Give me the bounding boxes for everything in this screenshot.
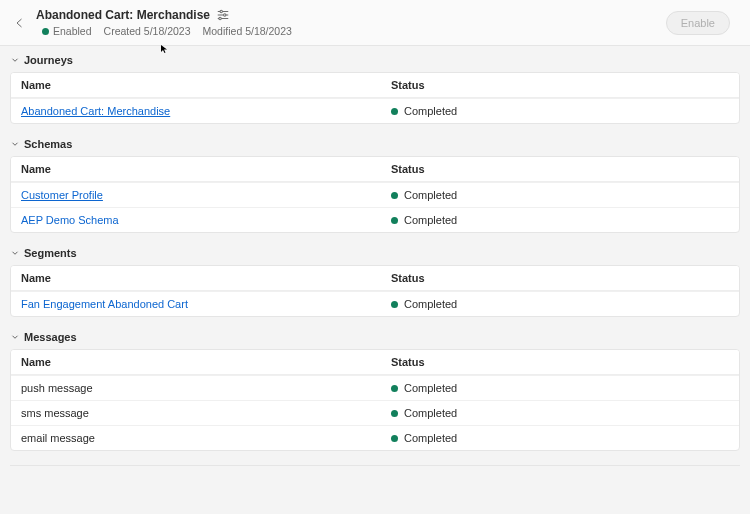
section-header-schemas[interactable]: Schemas — [10, 138, 740, 150]
svg-point-5 — [219, 17, 221, 19]
chevron-down-icon — [10, 332, 20, 342]
table-row: email message Completed — [11, 425, 739, 450]
row-status: Completed — [391, 432, 729, 444]
chevron-down-icon — [10, 139, 20, 149]
table-header: Name Status — [11, 157, 739, 182]
section-title: Journeys — [24, 54, 73, 66]
meta-row: Enabled Created 5/18/2023 Modified 5/18/… — [36, 25, 666, 37]
table-segments: Name Status Fan Engagement Abandoned Car… — [10, 265, 740, 317]
status-dot-icon — [42, 28, 49, 35]
status-text: Completed — [404, 214, 457, 226]
header-main: Abandoned Cart: Merchandise Enabled Crea… — [36, 8, 666, 37]
status-badge: Enabled — [42, 25, 92, 37]
row-name: email message — [21, 432, 391, 444]
table-row: Customer Profile Completed — [11, 182, 739, 207]
status-text: Completed — [404, 407, 457, 419]
page-header: Abandoned Cart: Merchandise Enabled Crea… — [0, 0, 750, 46]
status-dot-icon — [391, 301, 398, 308]
section-messages: Messages Name Status push message Comple… — [10, 331, 740, 451]
created-label: Created 5/18/2023 — [104, 25, 191, 37]
section-header-journeys[interactable]: Journeys — [10, 54, 740, 66]
row-status: Completed — [391, 105, 729, 117]
title-row: Abandoned Cart: Merchandise — [36, 8, 666, 22]
col-name-header: Name — [21, 356, 391, 368]
svg-point-1 — [220, 10, 222, 12]
status-dot-icon — [391, 217, 398, 224]
table-row: Fan Engagement Abandoned Cart Completed — [11, 291, 739, 316]
section-header-segments[interactable]: Segments — [10, 247, 740, 259]
status-dot-icon — [391, 192, 398, 199]
section-schemas: Schemas Name Status Customer Profile Com… — [10, 138, 740, 233]
enabled-label: Enabled — [53, 25, 92, 37]
table-row: AEP Demo Schema Completed — [11, 207, 739, 232]
status-dot-icon — [391, 108, 398, 115]
table-messages: Name Status push message Completed sms m… — [10, 349, 740, 451]
table-header: Name Status — [11, 266, 739, 291]
settings-icon[interactable] — [216, 8, 230, 22]
table-row: sms message Completed — [11, 400, 739, 425]
row-link[interactable]: Customer Profile — [21, 189, 103, 201]
sections-container: Journeys Name Status Abandoned Cart: Mer… — [0, 46, 750, 484]
row-link[interactable]: Abandoned Cart: Merchandise — [21, 105, 170, 117]
col-status-header: Status — [391, 356, 729, 368]
row-status: Completed — [391, 214, 729, 226]
page-title: Abandoned Cart: Merchandise — [36, 8, 210, 22]
section-header-messages[interactable]: Messages — [10, 331, 740, 343]
row-link[interactable]: AEP Demo Schema — [21, 214, 119, 226]
col-name-header: Name — [21, 272, 391, 284]
status-text: Completed — [404, 298, 457, 310]
svg-point-3 — [224, 14, 226, 16]
row-status: Completed — [391, 407, 729, 419]
table-row: Abandoned Cart: Merchandise Completed — [11, 98, 739, 123]
status-text: Completed — [404, 382, 457, 394]
col-name-header: Name — [21, 79, 391, 91]
table-header: Name Status — [11, 350, 739, 375]
chevron-down-icon — [10, 248, 20, 258]
table-journeys: Name Status Abandoned Cart: Merchandise … — [10, 72, 740, 124]
status-text: Completed — [404, 432, 457, 444]
modified-label: Modified 5/18/2023 — [203, 25, 292, 37]
status-dot-icon — [391, 385, 398, 392]
section-title: Segments — [24, 247, 77, 259]
status-text: Completed — [404, 105, 457, 117]
col-status-header: Status — [391, 163, 729, 175]
row-status: Completed — [391, 382, 729, 394]
back-button[interactable] — [10, 13, 30, 33]
col-status-header: Status — [391, 272, 729, 284]
bottom-divider — [10, 465, 740, 466]
row-status: Completed — [391, 298, 729, 310]
chevron-down-icon — [10, 55, 20, 65]
row-status: Completed — [391, 189, 729, 201]
section-title: Schemas — [24, 138, 72, 150]
status-dot-icon — [391, 435, 398, 442]
row-name: sms message — [21, 407, 391, 419]
table-schemas: Name Status Customer Profile Completed A… — [10, 156, 740, 233]
section-segments: Segments Name Status Fan Engagement Aban… — [10, 247, 740, 317]
table-row: push message Completed — [11, 375, 739, 400]
row-link[interactable]: Fan Engagement Abandoned Cart — [21, 298, 188, 310]
enable-button[interactable]: Enable — [666, 11, 730, 35]
row-name: push message — [21, 382, 391, 394]
table-header: Name Status — [11, 73, 739, 98]
col-name-header: Name — [21, 163, 391, 175]
section-title: Messages — [24, 331, 77, 343]
status-text: Completed — [404, 189, 457, 201]
section-journeys: Journeys Name Status Abandoned Cart: Mer… — [10, 54, 740, 124]
col-status-header: Status — [391, 79, 729, 91]
status-dot-icon — [391, 410, 398, 417]
